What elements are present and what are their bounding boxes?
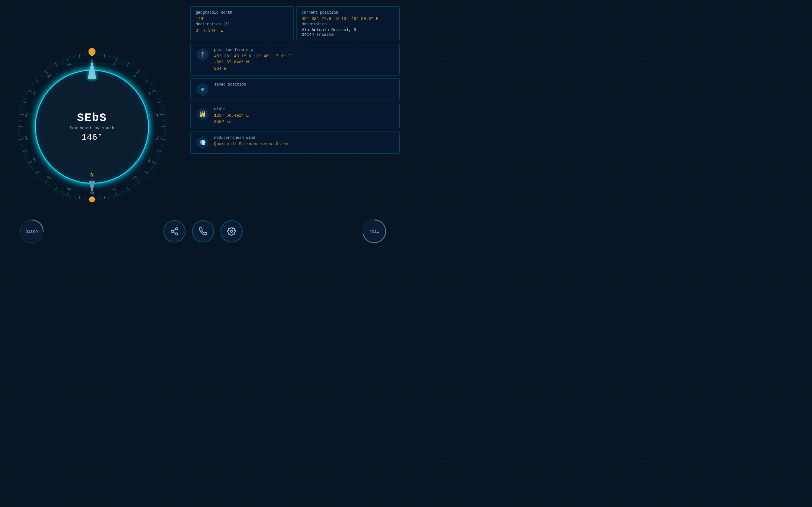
svg-line-217 <box>70 195 71 197</box>
svg-line-220 <box>67 192 68 196</box>
svg-line-92 <box>160 104 162 105</box>
svg-line-261 <box>28 162 29 162</box>
svg-line-97 <box>162 110 164 111</box>
svg-line-145 <box>150 167 152 169</box>
svg-line-105 <box>162 120 165 121</box>
settings-button[interactable] <box>220 220 243 242</box>
roll-button[interactable]: roll <box>362 219 387 244</box>
roll-label[interactable]: roll <box>364 221 385 241</box>
svg-line-98 <box>162 112 164 112</box>
svg-line-332 <box>38 78 39 78</box>
svg-line-144 <box>152 167 153 168</box>
svg-line-365 <box>73 56 73 59</box>
svg-point-386 <box>231 230 233 233</box>
svg-line-305 <box>21 108 24 108</box>
svg-line-128 <box>160 149 162 150</box>
svg-text:160: 160 <box>112 187 117 191</box>
svg-line-136 <box>157 158 158 159</box>
phone-button[interactable] <box>192 220 214 242</box>
svg-line-231 <box>54 188 55 190</box>
svg-line-273 <box>21 148 23 148</box>
svg-line-223 <box>63 193 64 194</box>
svg-line-331 <box>37 78 38 79</box>
svg-line-253 <box>33 170 35 171</box>
svg-line-160 <box>136 180 139 183</box>
pitch-label[interactable]: pitch <box>21 221 42 241</box>
svg-line-328 <box>34 81 35 82</box>
svg-line-338 <box>43 72 44 73</box>
position-marker-pin <box>89 48 96 55</box>
svg-line-45 <box>122 60 123 63</box>
svg-line-303 <box>20 110 22 111</box>
svg-line-118 <box>163 137 165 137</box>
compass-section: 0204060801001201401601802002202402602803… <box>0 0 184 253</box>
svg-line-243 <box>42 179 43 181</box>
saved-pos-text: saved position <box>214 82 394 88</box>
south-marker-dot <box>89 196 95 202</box>
svg-line-28 <box>102 54 102 55</box>
svg-line-137 <box>156 159 157 160</box>
svg-line-343 <box>48 68 49 69</box>
wind-hexagon: 💨 <box>196 136 209 149</box>
svg-line-240 <box>45 180 48 183</box>
svg-line-351 <box>56 62 57 64</box>
qibla-text: qibla 129° 50.492′ E 3582 km <box>214 107 394 125</box>
svg-line-279 <box>20 140 21 141</box>
svg-line-263 <box>26 159 28 160</box>
svg-line-91 <box>160 103 162 103</box>
svg-line-86 <box>158 97 159 98</box>
svg-line-337 <box>42 73 43 74</box>
svg-line-35 <box>110 56 111 59</box>
svg-line-213 <box>75 197 76 199</box>
svg-line-141 <box>154 164 155 165</box>
share-button[interactable] <box>163 220 186 242</box>
svg-line-239 <box>46 182 47 184</box>
svg-line-129 <box>160 150 162 151</box>
svg-line-254 <box>32 169 34 170</box>
svg-line-151 <box>146 174 148 175</box>
svg-line-340 <box>45 70 48 74</box>
svg-line-308 <box>22 104 23 105</box>
svg-line-89 <box>159 101 161 101</box>
svg-line-236 <box>49 185 50 186</box>
svg-line-235 <box>50 185 51 187</box>
svg-line-316 <box>26 95 27 95</box>
svg-line-222 <box>64 193 65 195</box>
qibla-label: qibla <box>214 107 394 112</box>
current-pos-label: current position <box>302 10 394 15</box>
svg-line-252 <box>34 171 35 172</box>
svg-line-134 <box>158 156 159 157</box>
svg-line-95 <box>160 108 163 108</box>
svg-line-335 <box>40 75 42 77</box>
svg-line-164 <box>134 185 135 186</box>
svg-line-313 <box>24 98 26 99</box>
compass-wrapper: 0204060801001201401601802002202402602803… <box>16 51 168 203</box>
svg-line-356 <box>62 60 63 61</box>
pitch-button[interactable]: pitch <box>19 219 44 244</box>
svg-text:200: 200 <box>67 187 72 191</box>
svg-text:280: 280 <box>25 113 28 118</box>
svg-line-67 <box>145 77 146 78</box>
svg-line-117 <box>163 135 165 136</box>
svg-line-354 <box>60 60 60 62</box>
qibla-card: 🕌 qibla 129° 50.492′ E 3582 km <box>190 103 400 129</box>
svg-line-147 <box>149 170 151 171</box>
svg-line-138 <box>155 161 157 161</box>
svg-line-51 <box>129 64 130 65</box>
svg-line-73 <box>149 82 151 83</box>
svg-line-156 <box>142 178 143 180</box>
svg-line-190 <box>104 195 105 199</box>
svg-line-370 <box>79 55 80 59</box>
svg-line-38 <box>114 57 115 58</box>
svg-line-373 <box>83 54 84 55</box>
svg-line-280 <box>20 139 24 139</box>
svg-line-71 <box>148 80 149 81</box>
svg-line-57 <box>136 68 136 69</box>
svg-line-318 <box>27 92 28 93</box>
svg-text:220: 220 <box>47 175 52 180</box>
svg-line-154 <box>144 177 145 178</box>
svg-line-227 <box>59 191 59 192</box>
svg-text:80: 80 <box>156 113 159 117</box>
svg-line-123 <box>162 143 164 143</box>
svg-line-26 <box>100 54 100 55</box>
